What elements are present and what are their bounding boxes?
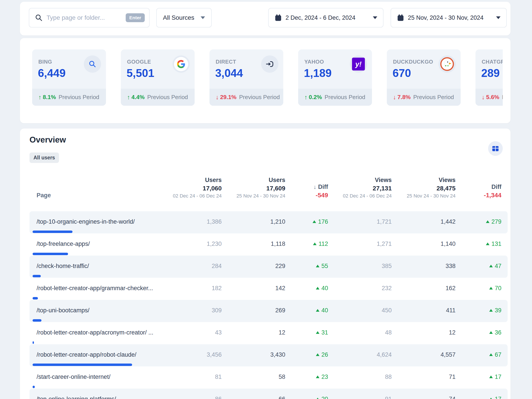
views-current-value: 4,624 bbox=[328, 351, 392, 360]
source-change: ↑ 0.2% Previous Period bbox=[298, 89, 372, 106]
views-diff-value: 47 bbox=[456, 263, 508, 271]
previous-period-label: Previous Period bbox=[239, 94, 280, 101]
table-row[interactable]: /top-uni-bootcamps/ 309 269 40 450 411 3… bbox=[30, 300, 508, 322]
source-name: BING bbox=[38, 59, 52, 65]
source-card[interactable]: DUCKDUCKGO 670 ↓ 7.8% Previous Period bbox=[387, 50, 461, 106]
users-diff-value: 26 bbox=[285, 351, 328, 360]
views-previous-value: 1,442 bbox=[392, 218, 456, 227]
source-change: ↓ 7.8% Previous Period bbox=[387, 89, 461, 106]
date-range-picker-primary[interactable]: 2 Dec, 2024 - 6 Dec, 2024 bbox=[268, 8, 383, 27]
chevron-down-icon bbox=[496, 16, 500, 19]
table-row[interactable]: /start-career-online-internet/ 81 58 23 … bbox=[30, 367, 508, 389]
views-previous-value: 338 bbox=[392, 263, 456, 271]
increase-triangle-icon bbox=[313, 242, 317, 245]
table-header: Page Users 17,060 02 Dec 24 - 06 Dec 24 … bbox=[30, 177, 508, 199]
users-previous-value: 1,118 bbox=[222, 241, 285, 249]
increase-triangle-icon bbox=[489, 287, 493, 290]
users-diff-value: 112 bbox=[285, 241, 328, 249]
users-previous-value: 58 bbox=[222, 374, 285, 382]
column-header-views-current[interactable]: Views 27,131 02 Dec 24 - 06 Dec 24 bbox=[328, 177, 392, 199]
google-icon bbox=[172, 55, 190, 73]
source-visits-value: 1,189 bbox=[304, 67, 332, 80]
change-percent: 7.8% bbox=[398, 94, 411, 101]
previous-period-label: Previous Period bbox=[324, 94, 365, 101]
calendar-icon bbox=[274, 14, 282, 21]
source-visits-value: 289 bbox=[481, 67, 500, 80]
page-path: /check-home-traffic/ bbox=[30, 263, 166, 271]
source-card[interactable]: YAHOO 1,189 y! ↑ 0.2% Previous Period bbox=[298, 50, 372, 106]
users-current-value: 309 bbox=[166, 307, 222, 315]
views-current-value: 91 bbox=[328, 396, 392, 399]
table-row[interactable]: /top-freelance-apps/ 1,230 1,118 112 1,2… bbox=[30, 234, 508, 256]
table-row[interactable]: /robot-letter-creator-app/grammar-checke… bbox=[30, 278, 508, 300]
increase-triangle-icon bbox=[486, 220, 489, 223]
table-row[interactable]: /top-online-learning-platforms/ 86 66 20… bbox=[30, 389, 508, 399]
increase-triangle-icon bbox=[316, 309, 319, 312]
previous-period-label: Previous Period bbox=[58, 94, 99, 101]
views-previous-value: 1,140 bbox=[392, 241, 456, 249]
column-header-views-previous[interactable]: Views 28,475 25 Nov 24 - 30 Nov 24 bbox=[392, 177, 456, 199]
source-card[interactable]: DIRECT 3,044 ↓ 29.1% Previous Period bbox=[209, 50, 283, 106]
users-previous-value: 1,210 bbox=[222, 218, 285, 227]
date-range-primary-label: 2 Dec, 2024 - 6 Dec, 2024 bbox=[285, 14, 355, 21]
column-header-users-diff[interactable]: Diff -549 bbox=[285, 177, 328, 199]
column-header-users-previous[interactable]: Users 17,609 25 Nov 24 - 30 Nov 24 bbox=[222, 177, 285, 199]
users-share-bar bbox=[32, 319, 41, 322]
users-previous-value: 12 bbox=[222, 329, 285, 337]
search-icon bbox=[35, 14, 43, 21]
users-current-value: 284 bbox=[166, 263, 222, 271]
table-row[interactable]: /robot-letter-creator-app/robot-claude/ … bbox=[30, 344, 508, 367]
table-body: /top-10-organic-engines-in-the-world/ 1,… bbox=[30, 211, 508, 399]
date-range-picker-comparison[interactable]: 25 Nov, 2024 - 30 Nov, 2024 bbox=[391, 8, 507, 27]
views-diff-value: 67 bbox=[456, 351, 508, 360]
users-current-value: 3,456 bbox=[166, 351, 222, 360]
users-diff-value: 40 bbox=[285, 285, 328, 293]
column-header-views-diff[interactable]: Diff -1,344 bbox=[456, 177, 508, 199]
users-diff-value: 31 bbox=[285, 329, 328, 337]
users-previous-value: 269 bbox=[222, 307, 285, 315]
source-card[interactable]: BING 6,449 ↑ 8.1% Previous Period bbox=[32, 50, 106, 106]
table-row[interactable]: /top-10-organic-engines-in-the-world/ 1,… bbox=[30, 211, 508, 234]
increase-triangle-icon bbox=[316, 375, 319, 378]
table-view-button[interactable] bbox=[488, 141, 503, 156]
analytics-dashboard: Enter All Sources 2 Dec, 2024 - 6 Dec, 2… bbox=[0, 0, 532, 399]
increase-triangle-icon bbox=[486, 242, 489, 245]
users-share-bar bbox=[32, 341, 34, 344]
views-current-value: 385 bbox=[328, 263, 392, 271]
enter-key-badge: Enter bbox=[126, 13, 145, 22]
change-percent: 5.6% bbox=[486, 94, 499, 101]
source-card[interactable]: GOOGLE 5,501 ↑ 4.4% Previous Period bbox=[121, 50, 195, 106]
yahoo-icon: y! bbox=[350, 55, 367, 73]
table-icon bbox=[491, 144, 500, 153]
source-name: DUCKDUCKGO bbox=[393, 59, 433, 65]
column-header-users-current[interactable]: Users 17,060 02 Dec 24 - 06 Dec 24 bbox=[166, 177, 222, 199]
column-header-page: Page bbox=[37, 192, 51, 199]
increase-triangle-icon bbox=[313, 220, 316, 223]
page-path: /start-career-online-internet/ bbox=[30, 374, 166, 382]
users-current-value: 182 bbox=[166, 285, 222, 293]
audience-filter-badge: All users bbox=[30, 152, 59, 163]
page-path: /top-online-learning-platforms/ bbox=[30, 396, 166, 399]
source-change: ↑ 8.1% Previous Period bbox=[32, 89, 106, 106]
views-current-value: 1,271 bbox=[328, 241, 392, 249]
sources-dropdown[interactable]: All Sources bbox=[156, 8, 212, 27]
users-share-bar bbox=[32, 297, 38, 299]
users-diff-value: 23 bbox=[285, 374, 328, 382]
views-previous-value: 411 bbox=[392, 307, 456, 315]
previous-period-label: Previous Period bbox=[502, 94, 503, 101]
views-previous-value: 4,557 bbox=[392, 351, 456, 360]
source-card[interactable]: CHATGPT 289 ↓ 5.6% Previous Period bbox=[475, 50, 503, 106]
change-percent: 4.4% bbox=[132, 94, 145, 101]
increase-triangle-icon bbox=[489, 309, 493, 312]
views-diff-value: 36 bbox=[456, 329, 508, 337]
traffic-sources-panel: BING 6,449 ↑ 8.1% Previous Period GOOGLE… bbox=[20, 38, 511, 123]
toolbar-panel: Enter All Sources 2 Dec, 2024 - 6 Dec, 2… bbox=[20, 2, 511, 35]
source-visits-value: 3,044 bbox=[215, 67, 243, 80]
users-current-value: 43 bbox=[166, 329, 222, 337]
source-change: ↑ 4.4% Previous Period bbox=[121, 89, 195, 106]
page-search[interactable]: Enter bbox=[29, 8, 150, 27]
table-row[interactable]: /check-home-traffic/ 284 229 55 385 338 … bbox=[30, 256, 508, 278]
table-row[interactable]: /robot-letter-creator-app/acronym-creato… bbox=[30, 322, 508, 344]
date-range-comparison-label: 25 Nov, 2024 - 30 Nov, 2024 bbox=[408, 14, 483, 21]
users-previous-value: 229 bbox=[222, 263, 285, 271]
